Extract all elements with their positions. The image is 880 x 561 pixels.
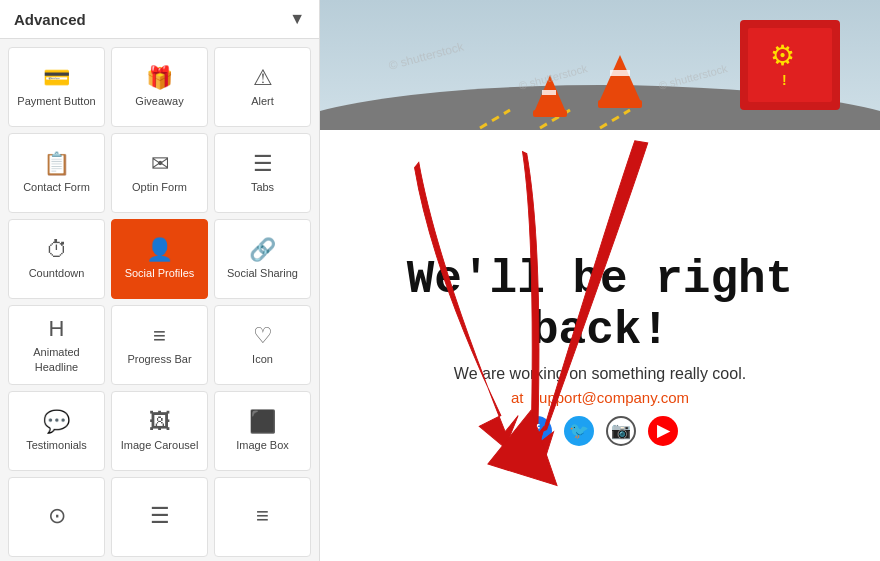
main-inner: We'll be right back! We are working on s… — [367, 130, 833, 561]
progress-bar-label: Progress Bar — [127, 352, 191, 366]
social-icon-twitter[interactable]: 🐦 — [564, 416, 594, 446]
widget-item-progress-bar[interactable]: ≡Progress Bar — [111, 305, 208, 385]
image-carousel-icon: 🖼 — [149, 411, 171, 433]
progress-bar-icon: ≡ — [153, 325, 166, 347]
widgets-grid: 💳Payment Button🎁Giveaway⚠Alert📋Contact F… — [0, 39, 319, 561]
contact-email-link[interactable]: support@company.com — [532, 389, 690, 406]
payment-button-icon: 💳 — [43, 67, 70, 89]
contact-email-row: at support@company.com — [511, 389, 689, 406]
social-profiles-label: Social Profiles — [125, 266, 195, 280]
w2-icon: ☰ — [150, 505, 170, 527]
svg-rect-10 — [542, 90, 556, 95]
svg-text:!: ! — [782, 72, 787, 88]
image-box-label: Image Box — [236, 438, 289, 452]
social-icon-facebook[interactable]: f — [522, 416, 552, 446]
subtitle-text: We are working on something really cool. — [454, 365, 746, 383]
giveaway-label: Giveaway — [135, 94, 183, 108]
svg-rect-9 — [533, 110, 567, 117]
countdown-label: Countdown — [29, 266, 85, 280]
widget-item-w3[interactable]: ≡ — [214, 477, 311, 557]
headline-line2: back! — [407, 306, 793, 357]
social-sharing-label: Social Sharing — [227, 266, 298, 280]
widget-item-icon[interactable]: ♡Icon — [214, 305, 311, 385]
sidebar-title: Advanced — [14, 11, 86, 28]
sidebar: Advanced ▼ 💳Payment Button🎁Giveaway⚠Aler… — [0, 0, 320, 561]
alert-icon: ⚠ — [253, 67, 273, 89]
animated-headline-icon: H — [49, 318, 65, 340]
widget-item-countdown[interactable]: ⏱Countdown — [8, 219, 105, 299]
animated-headline-label: Animated Headline — [15, 345, 98, 374]
preview-banner: ⚙ ! © shutterstock © shutterstock © shut… — [320, 0, 880, 130]
widget-item-image-box[interactable]: ⬛Image Box — [214, 391, 311, 471]
widget-item-social-sharing[interactable]: 🔗Social Sharing — [214, 219, 311, 299]
chevron-down-icon[interactable]: ▼ — [289, 10, 305, 28]
countdown-icon: ⏱ — [46, 239, 68, 261]
image-box-icon: ⬛ — [249, 411, 276, 433]
widget-item-w2[interactable]: ☰ — [111, 477, 208, 557]
optin-form-label: Optin Form — [132, 180, 187, 194]
image-carousel-label: Image Carousel — [121, 438, 199, 452]
alert-label: Alert — [251, 94, 274, 108]
w3-icon: ≡ — [256, 505, 269, 527]
social-icon-youtube[interactable]: ▶ — [648, 416, 678, 446]
tabs-icon: ☰ — [253, 153, 273, 175]
widget-item-alert[interactable]: ⚠Alert — [214, 47, 311, 127]
headline: We'll be right back! — [407, 255, 793, 356]
testimonials-icon: 💬 — [43, 411, 70, 433]
payment-button-label: Payment Button — [17, 94, 95, 108]
contact-form-icon: 📋 — [43, 153, 70, 175]
widget-item-animated-headline[interactable]: HAnimated Headline — [8, 305, 105, 385]
widget-item-social-profiles[interactable]: 👤Social Profiles — [111, 219, 208, 299]
widget-item-giveaway[interactable]: 🎁Giveaway — [111, 47, 208, 127]
social-sharing-icon: 🔗 — [249, 239, 276, 261]
tabs-label: Tabs — [251, 180, 274, 194]
giveaway-icon: 🎁 — [146, 67, 173, 89]
widget-item-w1[interactable]: ⊙ — [8, 477, 105, 557]
social-profiles-icon: 👤 — [146, 239, 173, 261]
widget-item-payment-button[interactable]: 💳Payment Button — [8, 47, 105, 127]
main-content: ⚙ ! © shutterstock © shutterstock © shut… — [320, 0, 880, 561]
headline-line1: We'll be right — [407, 255, 793, 306]
icon-icon: ♡ — [253, 325, 273, 347]
optin-form-icon: ✉ — [151, 153, 169, 175]
widget-item-testimonials[interactable]: 💬Testimonials — [8, 391, 105, 471]
svg-rect-6 — [598, 100, 642, 108]
widget-item-optin-form[interactable]: ✉Optin Form — [111, 133, 208, 213]
contact-form-label: Contact Form — [23, 180, 90, 194]
svg-rect-7 — [610, 70, 630, 76]
w1-icon: ⊙ — [48, 505, 66, 527]
icon-label: Icon — [252, 352, 273, 366]
testimonials-label: Testimonials — [26, 438, 87, 452]
svg-text:⚙: ⚙ — [770, 40, 795, 71]
sidebar-header: Advanced ▼ — [0, 0, 319, 39]
social-icon-instagram[interactable]: 📷 — [606, 416, 636, 446]
widget-item-image-carousel[interactable]: 🖼Image Carousel — [111, 391, 208, 471]
widget-item-tabs[interactable]: ☰Tabs — [214, 133, 311, 213]
social-icons-row: f🐦📷▶ — [522, 416, 678, 446]
widget-item-contact-form[interactable]: 📋Contact Form — [8, 133, 105, 213]
